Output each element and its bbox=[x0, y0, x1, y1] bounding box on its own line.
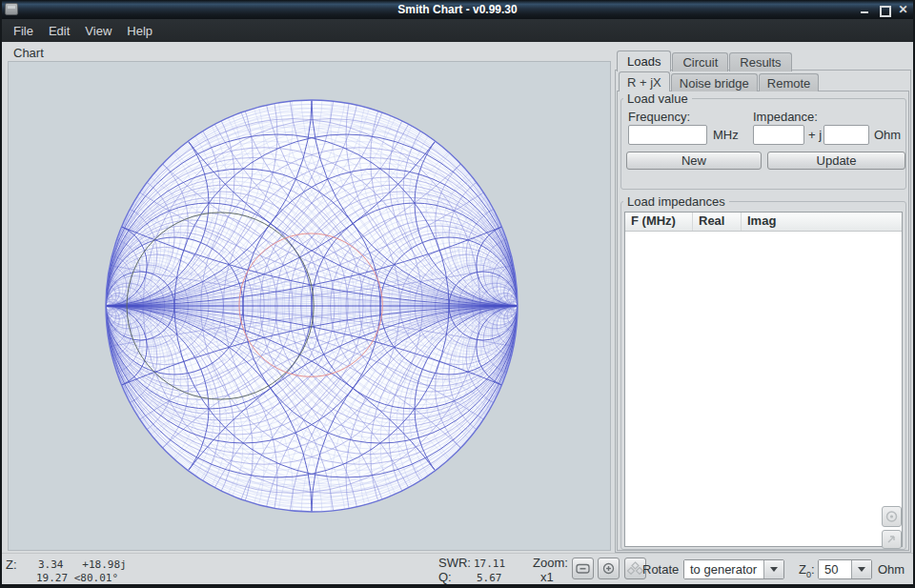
z-label: Z: bbox=[6, 558, 17, 572]
load-subtabs: R + jX Noise bridge Remote bbox=[619, 71, 820, 91]
zoom-value: x1 bbox=[540, 570, 554, 584]
maximize-button[interactable] bbox=[878, 4, 890, 16]
menu-file[interactable]: File bbox=[6, 21, 41, 41]
impedance-imag-input[interactable] bbox=[824, 125, 869, 145]
z0-select[interactable]: 50 bbox=[818, 559, 872, 579]
close-button[interactable]: ✕ bbox=[897, 4, 909, 16]
ohm-label: Ohm bbox=[878, 562, 905, 577]
rotate-select[interactable]: to generator bbox=[683, 559, 784, 579]
load-impedances-table[interactable]: F (MHz) Real Imag bbox=[624, 212, 903, 547]
swr-value: 17.11 bbox=[474, 558, 505, 570]
load-impedances-frame-label: Load impedances bbox=[623, 194, 729, 209]
z0-dropdown-arrow[interactable] bbox=[851, 560, 871, 578]
z0-selected-value: 50 bbox=[819, 560, 851, 578]
column-f-mhz[interactable]: F (MHz) bbox=[625, 213, 693, 231]
zoom-label: Zoom: bbox=[533, 556, 568, 570]
zoom-out-button[interactable] bbox=[572, 558, 594, 579]
menu-bar: File Edit View Help bbox=[0, 19, 915, 42]
window-border-bottom bbox=[0, 584, 915, 588]
target-icon bbox=[883, 507, 901, 526]
zoom-in-icon bbox=[599, 558, 619, 578]
subtab-noise-bridge[interactable]: Noise bridge bbox=[671, 73, 758, 91]
list-target-button[interactable] bbox=[882, 506, 902, 527]
plus-j-label: + j bbox=[808, 128, 822, 142]
column-imag[interactable]: Imag bbox=[742, 213, 902, 231]
z-polar-value: 19.27 <80.01° bbox=[36, 572, 118, 584]
title-bar[interactable]: Smith Chart - v0.99.30 ✕ bbox=[0, 0, 915, 19]
tab-circuit[interactable]: Circuit bbox=[672, 52, 728, 71]
impedance-unit-label: Ohm bbox=[874, 128, 901, 142]
table-body[interactable] bbox=[625, 232, 902, 547]
status-bar: Z: 3.34 +18.98j 19.27 <80.01° SWR: 17.11… bbox=[0, 553, 915, 583]
arrow-icon bbox=[883, 531, 901, 548]
tab-loads[interactable]: Loads bbox=[617, 51, 671, 71]
subtab-remote[interactable]: Remote bbox=[759, 73, 820, 91]
column-real[interactable]: Real bbox=[693, 213, 742, 231]
frequency-label: Frequency: bbox=[628, 110, 690, 124]
menu-view[interactable]: View bbox=[77, 21, 119, 41]
app-window: Smith Chart - v0.99.30 ✕ File Edit View … bbox=[0, 0, 915, 588]
zoom-out-icon bbox=[573, 558, 593, 578]
rotate-selected-value: to generator bbox=[684, 560, 763, 578]
frequency-input[interactable] bbox=[628, 125, 707, 145]
list-arrow-button[interactable] bbox=[882, 530, 902, 549]
app-icon bbox=[5, 3, 18, 15]
impedance-real-input[interactable] bbox=[753, 125, 804, 145]
rotate-dropdown-arrow[interactable] bbox=[763, 560, 783, 578]
chart-frame bbox=[8, 61, 611, 551]
impedance-label: Impedance: bbox=[753, 110, 818, 124]
tab-results[interactable]: Results bbox=[729, 52, 791, 71]
new-button[interactable]: New bbox=[626, 152, 762, 170]
window-border-left bbox=[0, 0, 2, 588]
menu-edit[interactable]: Edit bbox=[41, 21, 77, 41]
window-title: Smith Chart - v0.99.30 bbox=[0, 3, 915, 16]
zoom-in-button[interactable] bbox=[598, 558, 620, 579]
frequency-unit-label: MHz bbox=[713, 128, 739, 142]
load-value-frame-label: Load value bbox=[623, 91, 692, 106]
z0-label: Z0: bbox=[799, 562, 815, 579]
q-label: Q: bbox=[438, 570, 452, 584]
minimize-button[interactable] bbox=[859, 4, 871, 16]
main-tabs: Loads Circuit Results bbox=[617, 51, 793, 71]
subtab-rjx[interactable]: R + jX bbox=[619, 71, 670, 91]
swr-label: SWR: bbox=[438, 556, 471, 570]
smith-chart[interactable] bbox=[9, 62, 610, 550]
table-header: F (MHz) Real Imag bbox=[625, 213, 902, 232]
q-value: 5.67 bbox=[477, 572, 502, 584]
rotate-label: Rotate bbox=[642, 562, 679, 577]
chevron-down-icon bbox=[770, 567, 778, 572]
menu-help[interactable]: Help bbox=[119, 21, 160, 41]
update-button[interactable]: Update bbox=[767, 152, 905, 170]
chart-frame-label: Chart bbox=[13, 46, 44, 60]
chevron-down-icon bbox=[858, 567, 865, 572]
z-rect-value: 3.34 +18.98j bbox=[38, 558, 127, 571]
